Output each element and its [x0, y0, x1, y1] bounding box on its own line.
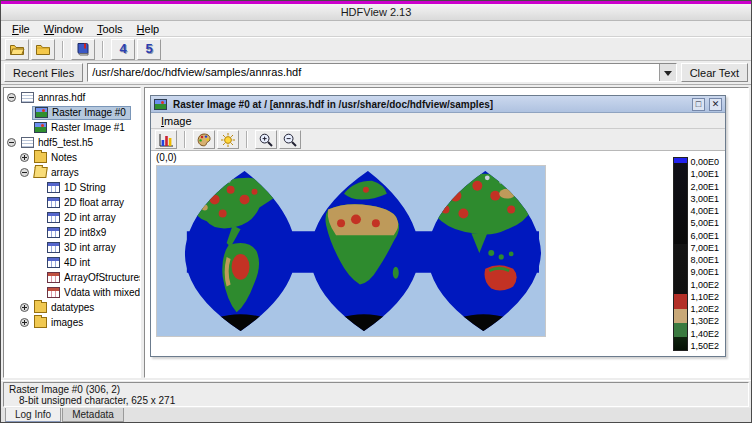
hdf4-icon: 4 4 [115, 41, 131, 57]
clear-text-button[interactable]: Clear Text [681, 63, 748, 82]
palette-tick-label: 6,00E1 [690, 231, 719, 241]
tree-item-2d-float-array[interactable]: 2D float array [4, 195, 140, 210]
menu-file[interactable]: File [5, 22, 37, 36]
toolbar-separator [184, 131, 186, 148]
hdf4-library-button[interactable]: 4 4 [111, 39, 135, 60]
tree-item-arrayofstructures[interactable]: ArrayOfStructures [4, 270, 140, 285]
toolbar-separator [246, 131, 248, 148]
tree-item-label: hdf5_test.h5 [36, 137, 95, 148]
table-icon [47, 287, 60, 298]
tree-item-raster-image-0[interactable]: Raster Image #0 [4, 105, 140, 120]
folder-icon [34, 152, 47, 163]
tree-toggle-icon[interactable] [7, 138, 16, 147]
brightness-icon [220, 132, 236, 148]
tree-item-notes[interactable]: Notes [4, 150, 140, 165]
palette-icon [196, 132, 212, 148]
world-map-image[interactable] [156, 165, 546, 337]
window-title: HDFView 2.13 [341, 6, 412, 18]
combobox-dropdown-button[interactable] [659, 64, 676, 81]
tree-item-datatypes[interactable]: datatypes [4, 300, 140, 315]
palette-labels: 0,00E01,00E12,00E13,00E14,00E15,00E16,00… [690, 157, 719, 351]
pixel-coordinates-label: (0,0) [156, 152, 177, 163]
tree-item-label: ArrayOfStructures [62, 272, 141, 283]
tree-item-label: 1D String [62, 182, 108, 193]
palette-tick-label: 8,00E1 [690, 255, 719, 265]
hdf5-icon: 5 5 [141, 41, 157, 57]
image-frame-titlebar[interactable]: Raster Image #0 at / [annras.hdf in /usr… [151, 96, 725, 113]
tree-item-label: 2D int array [62, 212, 118, 223]
tree-item-label: 2D int8x9 [62, 227, 108, 238]
folder-icon [34, 302, 47, 313]
palette-tick-label: 3,00E1 [690, 194, 719, 204]
table-icon [47, 272, 60, 283]
main-split: annras.hdfRaster Image #0Raster Image #1… [1, 85, 751, 380]
recent-files-bar: Recent Files /usr/share/doc/hdfview/samp… [1, 61, 751, 85]
file-path-value[interactable]: /usr/share/doc/hdfview/samples/annras.hd… [88, 64, 659, 81]
palette-tick-label: 1,30E2 [690, 316, 719, 326]
tree-toggle-icon[interactable] [20, 168, 29, 177]
palette-button[interactable] [193, 130, 215, 149]
open-file-button[interactable] [5, 39, 29, 60]
tab-metadata[interactable]: Metadata [62, 408, 124, 422]
close-button[interactable]: ✕ [709, 98, 722, 111]
tree-toggle-icon[interactable] [20, 318, 29, 327]
toolbar-separator [62, 41, 64, 58]
image-frame-menubar: Image [151, 113, 725, 129]
image-view-area: (0,0) [151, 151, 725, 356]
tree-item-raster-image-1[interactable]: Raster Image #1 [4, 120, 140, 135]
chart-view-button[interactable] [155, 130, 177, 149]
main-toolbar: 4 4 5 5 [1, 37, 751, 61]
titlebar[interactable]: HDFView 2.13 [1, 4, 751, 21]
palette-colorbar [673, 157, 688, 351]
palette-tick-label: 9,00E1 [690, 267, 719, 277]
tree-item-label: arrays [49, 167, 81, 178]
tree-item-arrays[interactable]: arrays [4, 165, 140, 180]
palette-tick-label: 1,10E2 [690, 292, 719, 302]
image-frame[interactable]: Raster Image #0 at / [annras.hdf in /usr… [150, 95, 726, 357]
tree-item-3d-int-array[interactable]: 3D int array [4, 240, 140, 255]
tree-item-label: images [49, 317, 85, 328]
menu-tools[interactable]: Tools [90, 22, 130, 36]
tree-item-4d-int[interactable]: 4D int [4, 255, 140, 270]
tab-log-info[interactable]: Log Info [5, 408, 61, 422]
close-file-button[interactable] [31, 39, 55, 60]
brightness-button[interactable] [217, 130, 239, 149]
file-path-combobox[interactable]: /usr/share/doc/hdfview/samples/annras.hd… [87, 63, 677, 82]
tree-toggle-icon[interactable] [20, 303, 29, 312]
menu-image[interactable]: Image [154, 114, 199, 128]
menu-window[interactable]: Window [37, 22, 90, 36]
help-book-icon [75, 41, 91, 57]
tree-item-label: 2D float array [62, 197, 126, 208]
palette-tick-label: 4,00E1 [690, 206, 719, 216]
tree-item-2d-int-array[interactable]: 2D int array [4, 210, 140, 225]
tree-toggle-icon[interactable] [20, 153, 29, 162]
zoom-in-button[interactable] [255, 130, 277, 149]
tree-item-label: 3D int array [62, 242, 118, 253]
tree-toggle-icon[interactable] [7, 93, 16, 102]
recent-files-button[interactable]: Recent Files [4, 63, 83, 82]
maximize-button[interactable]: □ [692, 98, 705, 111]
tree-item-label: annras.hdf [36, 92, 87, 103]
tree-item-vdata-with-mixed-type[interactable]: Vdata with mixed type [4, 285, 140, 300]
image-icon [34, 122, 47, 133]
open-file-icon [9, 41, 25, 57]
file-icon [21, 92, 34, 103]
zoom-in-icon [258, 132, 274, 148]
tree-item-label: 4D int [62, 257, 92, 268]
hdf5-library-button[interactable]: 5 5 [137, 39, 161, 60]
tree-item-label: Notes [49, 152, 79, 163]
palette-tick-label: 1,20E2 [690, 304, 719, 314]
help-button[interactable] [71, 39, 95, 60]
menu-help[interactable]: Help [130, 22, 167, 36]
folder-icon [34, 317, 47, 328]
tree-item-2d-int8x9[interactable]: 2D int8x9 [4, 225, 140, 240]
tree-item-1d-string[interactable]: 1D String [4, 180, 140, 195]
palette-tick-label: 5,00E1 [690, 218, 719, 228]
tree-item-hdf5-test-h5[interactable]: hdf5_test.h5 [4, 135, 140, 150]
palette-tick-label: 1,00E2 [690, 280, 719, 290]
tree-item-images[interactable]: images [4, 315, 140, 330]
status-line-object: Raster Image #0 (306, 2) [9, 384, 743, 395]
tree-item-annras-hdf[interactable]: annras.hdf [4, 90, 140, 105]
zoom-out-button[interactable] [279, 130, 301, 149]
image-frame-title: Raster Image #0 at / [annras.hdf in /usr… [173, 99, 688, 110]
